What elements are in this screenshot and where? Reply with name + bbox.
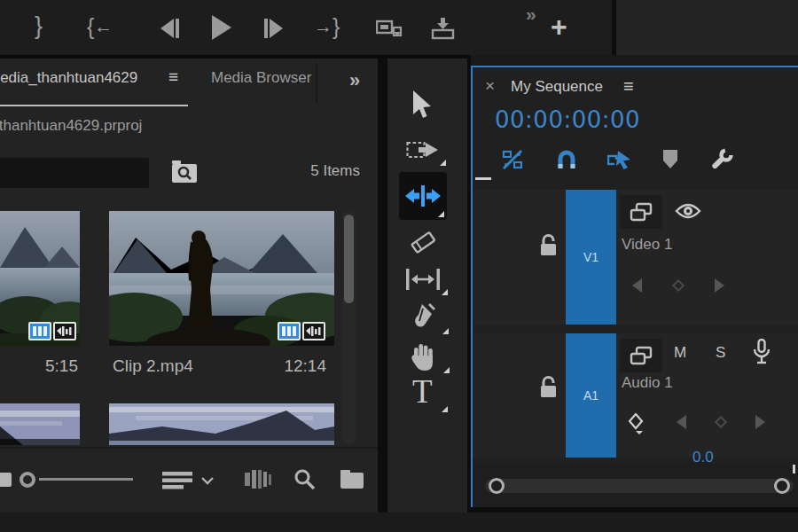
- toolbar-more-chevron[interactable]: »: [526, 4, 536, 25]
- zoom-handle-right[interactable]: [774, 478, 790, 494]
- timeline-gap: [471, 55, 798, 66]
- next-keyframe-icon[interactable]: [755, 415, 765, 429]
- tool-flyout-mark: [442, 406, 448, 412]
- find-in-project-icon[interactable]: [171, 160, 198, 184]
- tool-flyout-mark: [442, 289, 448, 295]
- track-select-forward-tool[interactable]: [406, 138, 440, 163]
- video-track-name[interactable]: Video 1: [622, 236, 672, 254]
- zoom-slider-track[interactable]: [39, 478, 133, 481]
- step-back-button[interactable]: [158, 17, 181, 40]
- project-file-name: Media_thanhtuan4629.prproj: [0, 117, 284, 135]
- add-keyframe-icon[interactable]: [714, 415, 728, 429]
- tool-flyout-mark: [438, 211, 444, 217]
- ripple-edit-icon: [405, 185, 441, 207]
- video-usage-badge[interactable]: [28, 322, 51, 340]
- selection-tool[interactable]: [411, 90, 433, 119]
- lock-icon[interactable]: [538, 376, 559, 399]
- go-to-in-button[interactable]: {←: [87, 14, 113, 40]
- tab-project-menu-icon[interactable]: ≡: [168, 67, 178, 87]
- solo-track-button[interactable]: S: [716, 344, 725, 362]
- mark-out-button[interactable]: }: [35, 12, 43, 40]
- add-button[interactable]: +: [551, 11, 567, 43]
- tool-flyout-mark: [442, 328, 449, 334]
- clip-thumbnail-3[interactable]: [0, 403, 80, 445]
- close-panel-button[interactable]: ×: [485, 76, 495, 96]
- pen-tool[interactable]: [411, 303, 435, 330]
- insert-button[interactable]: [376, 17, 403, 40]
- project-panel: Media_thanhtuan4629 ≡ Media Browser » Me…: [0, 59, 378, 512]
- slip-tool[interactable]: [406, 268, 440, 291]
- linked-selection-icon[interactable]: [607, 149, 632, 170]
- source-patch-a1[interactable]: A1: [566, 333, 616, 458]
- audio-usage-badge[interactable]: [302, 322, 325, 340]
- zoom-slider-knob[interactable]: [20, 472, 35, 488]
- video-usage-badge[interactable]: [278, 322, 301, 340]
- audio-track-name[interactable]: Audio 1: [622, 374, 673, 392]
- premiere-window: { } {← →} » +: [0, 0, 798, 532]
- tools-panel: T: [387, 59, 467, 512]
- scroll-edge-tick: [793, 465, 795, 473]
- new-bin-button[interactable]: [340, 469, 364, 489]
- clip-name[interactable]: Clip 2.mp4: [113, 356, 193, 376]
- chevron-down-icon[interactable]: [201, 477, 214, 485]
- go-to-out-icon: →: [314, 16, 332, 36]
- tab-media-browser[interactable]: Media Browser: [211, 69, 316, 96]
- panel-footer-divider: [0, 447, 378, 449]
- bottom-strip: [0, 512, 798, 532]
- add-marker-icon[interactable]: [662, 149, 678, 169]
- tab-media-browser-label: Media Browser: [211, 69, 311, 86]
- next-keyframe-icon[interactable]: [714, 278, 724, 293]
- timeline-tab-title[interactable]: My Sequence: [511, 78, 603, 96]
- previous-keyframe-icon[interactable]: [632, 278, 643, 293]
- tab-active-underline: [0, 105, 188, 106]
- project-file-row[interactable]: Media_thanhtuan4629.prproj: [0, 117, 284, 138]
- step-forward-button[interactable]: [262, 17, 286, 40]
- voiceover-record-mic-icon[interactable]: [753, 339, 771, 365]
- timeline-scrollbar[interactable]: [485, 479, 794, 493]
- tool-flyout-mark: [443, 367, 450, 373]
- transport-toolbar: { } {← →} » +: [0, 0, 798, 59]
- mark-in-icon: {: [0, 12, 11, 40]
- ripple-edit-tool[interactable]: [399, 172, 447, 220]
- clip-thumbnail-4[interactable]: [109, 403, 334, 445]
- timeline-panel: × My Sequence ≡ 00:00:00:00: [471, 66, 798, 507]
- panel-overflow-chevron[interactable]: »: [349, 69, 360, 92]
- timeline-settings-wrench-icon[interactable]: [710, 148, 733, 171]
- mark-in-button[interactable]: {: [0, 12, 11, 44]
- ruler-edge-tick: [475, 177, 491, 180]
- find-button[interactable]: [293, 468, 317, 491]
- zoom-handle-left[interactable]: [489, 478, 505, 494]
- go-to-out-button[interactable]: →}: [314, 14, 340, 40]
- hand-tool[interactable]: [410, 342, 436, 371]
- tab-project[interactable]: Media_thanhtuan4629: [0, 69, 165, 96]
- project-scrollbar-thumb[interactable]: [344, 215, 354, 303]
- overwrite-button[interactable]: [431, 17, 456, 40]
- tab-project-label: Media_thanhtuan4629: [0, 69, 165, 87]
- audio-usage-badge[interactable]: [53, 322, 76, 340]
- add-keyframe-icon[interactable]: [671, 278, 685, 293]
- sort-icons-button[interactable]: [162, 472, 194, 489]
- snap-magnet-icon[interactable]: [556, 149, 577, 170]
- source-patch-v1[interactable]: V1: [566, 190, 616, 325]
- razor-tool[interactable]: [410, 229, 436, 255]
- lock-icon[interactable]: [538, 234, 559, 257]
- sync-lock-icon[interactable]: [630, 202, 653, 222]
- sync-lock-icon[interactable]: [630, 346, 653, 365]
- keyframe-type-menu-icon[interactable]: [629, 413, 645, 434]
- previous-keyframe-icon[interactable]: [677, 415, 687, 429]
- toolbar-right-section: [616, 0, 798, 55]
- play-button[interactable]: [211, 15, 232, 40]
- toggle-track-output-eye-icon[interactable]: [675, 202, 701, 220]
- search-input[interactable]: [0, 158, 149, 188]
- tool-flyout-mark: [440, 160, 446, 166]
- tab-divider: [316, 62, 317, 103]
- clip-duration: 12:14: [275, 356, 326, 376]
- nest-toggle-icon[interactable]: [502, 149, 523, 170]
- automate-to-sequence-button[interactable]: [245, 470, 275, 489]
- list-view-button[interactable]: [0, 468, 18, 493]
- clip-duration: 5:15: [27, 356, 78, 376]
- playhead-timecode[interactable]: 00:00:00:00: [495, 106, 640, 133]
- type-tool[interactable]: T: [412, 372, 433, 411]
- timeline-menu-icon[interactable]: ≡: [623, 76, 634, 97]
- mute-track-button[interactable]: M: [674, 344, 686, 362]
